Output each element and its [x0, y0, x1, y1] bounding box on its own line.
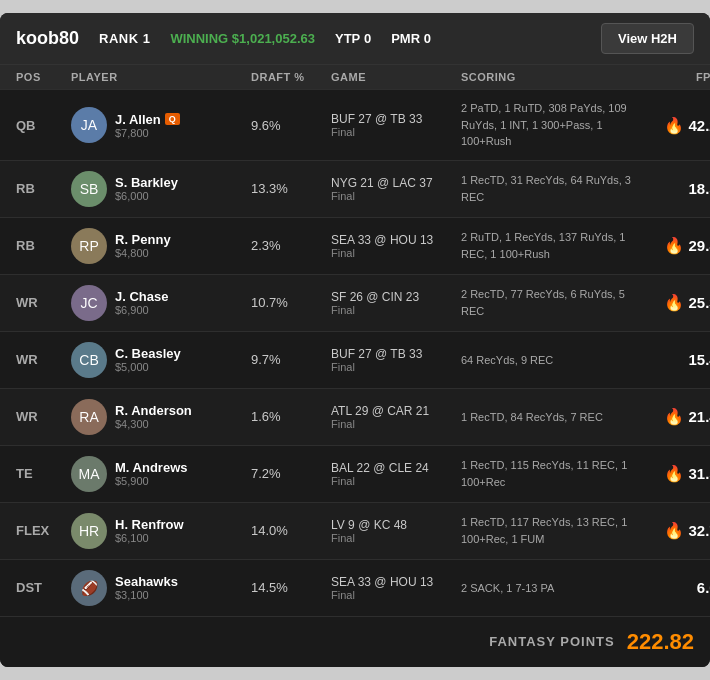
- draft-pct: 14.5%: [251, 580, 331, 595]
- scoring-details: 1 RecTD, 117 RecYds, 13 REC, 1 100+Rec, …: [461, 514, 651, 547]
- fire-icon: 🔥: [664, 293, 684, 312]
- scoring-details: 2 RecTD, 77 RecYds, 6 RuYds, 5 REC: [461, 286, 651, 319]
- view-h2h-button[interactable]: View H2H: [601, 23, 694, 54]
- player-salary: $4,800: [115, 247, 171, 259]
- player-name: H. Renfrow: [115, 517, 184, 532]
- player-cell: MA M. Andrews $5,900: [71, 456, 251, 492]
- player-info: M. Andrews $5,900: [115, 460, 187, 487]
- player-info: Seahawks $3,100: [115, 574, 178, 601]
- fpts-cell: 6.00: [651, 579, 710, 596]
- draft-pct: 9.7%: [251, 352, 331, 367]
- game-info: BAL 22 @ CLE 24 Final: [331, 461, 461, 487]
- fpts-value: 31.50: [688, 465, 710, 482]
- fpts-cell: 🔥 29.80: [651, 236, 710, 255]
- draft-pct: 1.6%: [251, 409, 331, 424]
- game-matchup: ATL 29 @ CAR 21: [331, 404, 461, 418]
- player-salary: $5,000: [115, 361, 181, 373]
- game-result: Final: [331, 126, 461, 138]
- fpts-value: 21.40: [688, 408, 710, 425]
- fpts-cell: 🔥 31.50: [651, 464, 710, 483]
- table-row: WR RA R. Anderson $4,300 1.6% ATL 29 @ C…: [0, 388, 710, 445]
- player-info: R. Anderson $4,300: [115, 403, 192, 430]
- table-row: TE MA M. Andrews $5,900 7.2% BAL 22 @ CL…: [0, 445, 710, 502]
- player-salary: $7,800: [115, 127, 180, 139]
- fpts-cell: 🔥 42.22: [651, 116, 710, 135]
- player-info: J. Chase $6,900: [115, 289, 168, 316]
- avatar: CB: [71, 342, 107, 378]
- fpts-value: 15.40: [688, 351, 710, 368]
- fpts-value: 18.50: [688, 180, 710, 197]
- player-cell: JA J. Allen Q $7,800: [71, 107, 251, 143]
- table-row: QB JA J. Allen Q $7,800 9.6% BUF 27 @ TB…: [0, 89, 710, 160]
- game-matchup: BAL 22 @ CLE 24: [331, 461, 461, 475]
- avatar: RA: [71, 399, 107, 435]
- col-draft: DRAFT %: [251, 71, 331, 83]
- game-info: BUF 27 @ TB 33 Final: [331, 347, 461, 373]
- player-info: H. Renfrow $6,100: [115, 517, 184, 544]
- footer: FANTASY POINTS 222.82: [0, 616, 710, 667]
- player-cell: SB S. Barkley $6,000: [71, 171, 251, 207]
- col-scoring: SCORING: [461, 71, 651, 83]
- draft-pct: 10.7%: [251, 295, 331, 310]
- scoring-details: 2 RuTD, 1 RecYds, 137 RuYds, 1 REC, 1 10…: [461, 229, 651, 262]
- player-cell: HR H. Renfrow $6,100: [71, 513, 251, 549]
- draft-pct: 9.6%: [251, 118, 331, 133]
- player-name: Seahawks: [115, 574, 178, 589]
- avatar: SB: [71, 171, 107, 207]
- player-name: C. Beasley: [115, 346, 181, 361]
- footer-label: FANTASY POINTS: [489, 634, 614, 649]
- footer-total: 222.82: [627, 629, 694, 655]
- col-pos: POS: [16, 71, 71, 83]
- player-name: R. Penny: [115, 232, 171, 247]
- scoring-details: 1 RecTD, 31 RecYds, 64 RuYds, 3 REC: [461, 172, 651, 205]
- player-info: S. Barkley $6,000: [115, 175, 178, 202]
- game-matchup: BUF 27 @ TB 33: [331, 347, 461, 361]
- player-info: R. Penny $4,800: [115, 232, 171, 259]
- table-row: WR JC J. Chase $6,900 10.7% SF 26 @ CIN …: [0, 274, 710, 331]
- winning-label: WINNING $1,021,052.63: [170, 31, 315, 46]
- game-info: NYG 21 @ LAC 37 Final: [331, 176, 461, 202]
- player-name: M. Andrews: [115, 460, 187, 475]
- col-player: PLAYER: [71, 71, 251, 83]
- fpts-value: 25.30: [688, 294, 710, 311]
- fpts-cell: 🔥 32.70: [651, 521, 710, 540]
- fire-icon: 🔥: [664, 116, 684, 135]
- fpts-cell: 15.40: [651, 351, 710, 368]
- game-info: SEA 33 @ HOU 13 Final: [331, 575, 461, 601]
- game-matchup: SEA 33 @ HOU 13: [331, 233, 461, 247]
- player-salary: $4,300: [115, 418, 192, 430]
- player-cell: CB C. Beasley $5,000: [71, 342, 251, 378]
- game-matchup: SF 26 @ CIN 23: [331, 290, 461, 304]
- position-label: QB: [16, 118, 71, 133]
- table-row: FLEX HR H. Renfrow $6,100 14.0% LV 9 @ K…: [0, 502, 710, 559]
- position-label: WR: [16, 352, 71, 367]
- status-badge: Q: [165, 113, 180, 125]
- player-name: J. Chase: [115, 289, 168, 304]
- scoring-details: 64 RecYds, 9 REC: [461, 352, 651, 369]
- player-info: J. Allen Q $7,800: [115, 112, 180, 139]
- avatar: JC: [71, 285, 107, 321]
- game-matchup: NYG 21 @ LAC 37: [331, 176, 461, 190]
- game-info: LV 9 @ KC 48 Final: [331, 518, 461, 544]
- player-salary: $6,000: [115, 190, 178, 202]
- fire-icon: 🔥: [664, 464, 684, 483]
- avatar: JA: [71, 107, 107, 143]
- game-info: BUF 27 @ TB 33 Final: [331, 112, 461, 138]
- fpts-value: 42.22: [688, 117, 710, 134]
- table-row: WR CB C. Beasley $5,000 9.7% BUF 27 @ TB…: [0, 331, 710, 388]
- fpts-value: 6.00: [697, 579, 710, 596]
- game-result: Final: [331, 190, 461, 202]
- fire-icon: 🔥: [664, 407, 684, 426]
- column-headers: POS PLAYER DRAFT % GAME SCORING FPTS: [0, 64, 710, 89]
- avatar: RP: [71, 228, 107, 264]
- player-cell: JC J. Chase $6,900: [71, 285, 251, 321]
- player-info: C. Beasley $5,000: [115, 346, 181, 373]
- draft-pct: 14.0%: [251, 523, 331, 538]
- fpts-value: 32.70: [688, 522, 710, 539]
- game-result: Final: [331, 418, 461, 430]
- game-result: Final: [331, 304, 461, 316]
- avatar: MA: [71, 456, 107, 492]
- draft-pct: 2.3%: [251, 238, 331, 253]
- header: koob80 RANK 1 WINNING $1,021,052.63 YTP …: [0, 13, 710, 64]
- fpts-cell: 🔥 25.30: [651, 293, 710, 312]
